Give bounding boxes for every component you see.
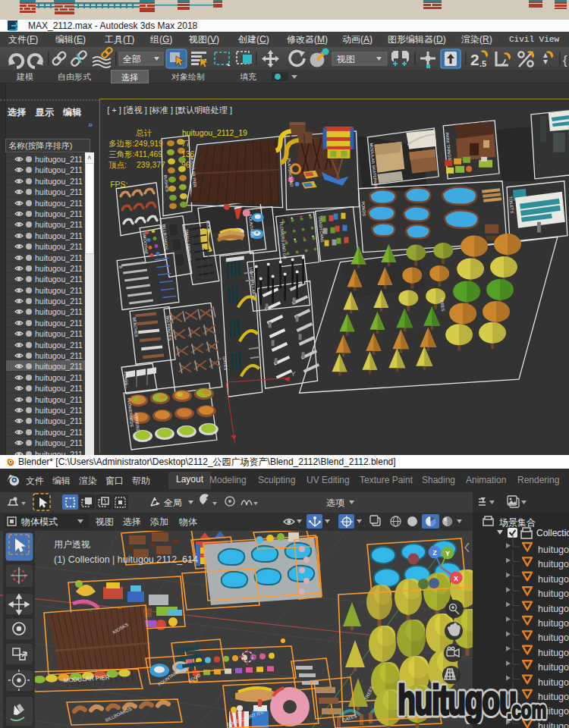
svg-text:场景集合: 场景集合: [498, 517, 536, 528]
svg-text:huitugou_2: huitugou_2: [538, 559, 569, 570]
svg-text:huitugou_2: huitugou_2: [538, 588, 569, 599]
svg-text:顶点:: 顶点:: [108, 161, 127, 169]
svg-text:Z: Z: [432, 549, 437, 557]
svg-text:.com: .com: [507, 696, 546, 723]
svg-text:249,919: 249,919: [134, 140, 163, 148]
svg-text:huitugou_2: huitugou_2: [538, 544, 569, 555]
svg-text:huitugou: huitugou: [398, 679, 516, 723]
svg-text:136: 136: [181, 150, 195, 158]
svg-text:huitugou_2: huitugou_2: [538, 648, 569, 658]
svg-text:X: X: [454, 575, 458, 582]
svg-text:{: {: [563, 53, 567, 67]
svg-text:2: 2: [470, 51, 479, 68]
svg-text:huitugou_2: huitugou_2: [538, 662, 569, 673]
svg-text:视图: 视图: [336, 54, 355, 64]
svg-text:huitugou_2: huitugou_2: [538, 604, 569, 614]
svg-text:物体模式: 物体模式: [20, 516, 58, 527]
svg-text:Y: Y: [445, 550, 450, 557]
svg-text:选项: 选项: [326, 497, 344, 508]
svg-text:411,469: 411,469: [134, 150, 162, 158]
svg-text:全部: 全部: [123, 54, 141, 64]
svg-text:huitugou_2: huitugou_2: [538, 574, 569, 585]
svg-text:三角形:: 三角形:: [108, 150, 134, 158]
svg-text:添加: 添加: [150, 516, 168, 527]
svg-text:huitugou_2: huitugou_2: [538, 618, 569, 629]
svg-text:视图: 视图: [95, 516, 114, 527]
svg-text:物体: 物体: [178, 516, 197, 527]
svg-text:huitugou_2: huitugou_2: [538, 632, 569, 643]
svg-text:77: 77: [181, 140, 190, 148]
svg-text:选择: 选择: [123, 516, 141, 527]
svg-text:Collection: Collection: [536, 528, 569, 538]
svg-text:.5: .5: [479, 59, 486, 68]
svg-text:总计: 总计: [135, 129, 152, 137]
svg-text:多边形:: 多边形:: [108, 140, 134, 148]
svg-text:Y: Y: [291, 370, 296, 378]
svg-text:huitugou_2112_19: huitugou_2112_19: [182, 129, 247, 137]
svg-text:全局: 全局: [164, 497, 182, 508]
svg-text:239,377: 239,377: [137, 161, 165, 169]
svg-text:FPS:: FPS:: [110, 180, 127, 189]
svg-text:96: 96: [181, 161, 190, 169]
svg-text:用户透视: 用户透视: [54, 539, 90, 550]
svg-text:[ + ] [透视 ] [标准 ] [默认明暗处理 ]: [ + ] [透视 ] [标准 ] [默认明暗处理 ]: [107, 105, 232, 115]
svg-text:(1) Collection | huitugou 2112: (1) Collection | huitugou 2112_614: [54, 554, 198, 565]
